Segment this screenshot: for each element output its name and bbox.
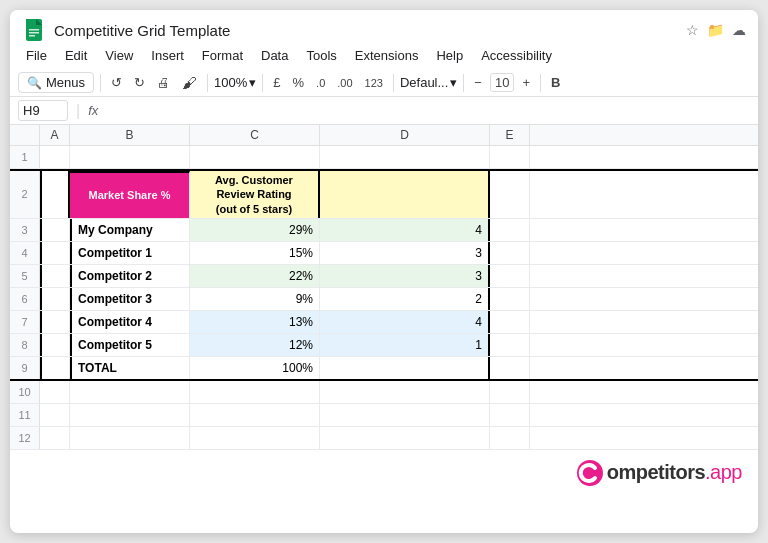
cell-a2[interactable] — [40, 171, 70, 218]
menu-insert[interactable]: Insert — [143, 44, 192, 67]
cell-d4[interactable]: 3 — [320, 242, 490, 264]
font-dropdown[interactable]: Defaul... ▾ — [400, 75, 457, 90]
cell-d11[interactable] — [320, 404, 490, 426]
cell-e3[interactable] — [490, 219, 530, 241]
cell-c3[interactable]: 29% — [190, 219, 320, 241]
cell-reference[interactable]: H9 — [18, 100, 68, 121]
cell-b1[interactable] — [70, 146, 190, 168]
bold-button[interactable]: B — [547, 73, 564, 92]
menu-extensions[interactable]: Extensions — [347, 44, 427, 67]
zoom-dropdown[interactable]: 100% ▾ — [214, 75, 256, 90]
cell-d12[interactable] — [320, 427, 490, 449]
cell-b11[interactable] — [70, 404, 190, 426]
menu-view[interactable]: View — [97, 44, 141, 67]
cell-e9[interactable] — [490, 357, 530, 379]
cell-a6[interactable] — [40, 288, 70, 310]
cell-b4[interactable]: Competitor 1 — [70, 242, 190, 264]
cell-c8[interactable]: 12% — [190, 334, 320, 356]
menu-data[interactable]: Data — [253, 44, 296, 67]
menu-help[interactable]: Help — [428, 44, 471, 67]
cell-a10[interactable] — [40, 381, 70, 403]
cell-b9[interactable]: TOTAL — [70, 357, 190, 379]
cell-a7[interactable] — [40, 311, 70, 333]
star-icon[interactable]: ☆ — [686, 22, 699, 38]
increase-font-button[interactable]: + — [518, 73, 534, 92]
cell-e4[interactable] — [490, 242, 530, 264]
cell-e6[interactable] — [490, 288, 530, 310]
decimal-increase-button[interactable]: .00 — [333, 75, 356, 91]
col-header-b[interactable]: B — [70, 125, 190, 145]
cell-e1[interactable] — [490, 146, 530, 168]
cell-e8[interactable] — [490, 334, 530, 356]
cell-c1[interactable] — [190, 146, 320, 168]
cell-c6[interactable]: 9% — [190, 288, 320, 310]
cell-b12[interactable] — [70, 427, 190, 449]
zoom-arrow: ▾ — [249, 75, 256, 90]
cell-d5[interactable]: 3 — [320, 265, 490, 287]
col-header-e[interactable]: E — [490, 125, 530, 145]
cell-b8[interactable]: Competitor 5 — [70, 334, 190, 356]
table-row: 12 — [10, 427, 758, 450]
cell-c12[interactable] — [190, 427, 320, 449]
cell-d8[interactable]: 1 — [320, 334, 490, 356]
cell-a3[interactable] — [40, 219, 70, 241]
cell-d9[interactable] — [320, 357, 490, 379]
print-button[interactable]: 🖨 — [153, 73, 174, 92]
logo-suffix: .app — [705, 461, 742, 483]
decrease-font-button[interactable]: − — [470, 73, 486, 92]
cell-a12[interactable] — [40, 427, 70, 449]
cell-d6[interactable]: 2 — [320, 288, 490, 310]
cell-a9[interactable] — [40, 357, 70, 379]
cell-c5[interactable]: 22% — [190, 265, 320, 287]
svg-rect-4 — [29, 32, 39, 34]
cell-e7[interactable] — [490, 311, 530, 333]
percent-button[interactable]: % — [289, 73, 309, 92]
cell-a11[interactable] — [40, 404, 70, 426]
menu-edit[interactable]: Edit — [57, 44, 95, 67]
menu-tools[interactable]: Tools — [298, 44, 344, 67]
undo-button[interactable]: ↺ — [107, 73, 126, 92]
cell-a4[interactable] — [40, 242, 70, 264]
row-number: 4 — [10, 242, 40, 264]
cell-c10[interactable] — [190, 381, 320, 403]
cell-a1[interactable] — [40, 146, 70, 168]
cell-e12[interactable] — [490, 427, 530, 449]
folder-icon[interactable]: 📁 — [707, 22, 724, 38]
cell-d3[interactable]: 4 — [320, 219, 490, 241]
number-format-button[interactable]: 123 — [361, 75, 387, 91]
cell-d7[interactable]: 4 — [320, 311, 490, 333]
cell-e5[interactable] — [490, 265, 530, 287]
cell-d10[interactable] — [320, 381, 490, 403]
cell-e11[interactable] — [490, 404, 530, 426]
menu-file[interactable]: File — [18, 44, 55, 67]
cell-d1[interactable] — [320, 146, 490, 168]
menu-format[interactable]: Format — [194, 44, 251, 67]
cell-a5[interactable] — [40, 265, 70, 287]
cell-d2[interactable] — [320, 171, 490, 218]
decimal-decrease-button[interactable]: .0 — [312, 75, 329, 91]
col-header-a[interactable]: A — [40, 125, 70, 145]
cell-c4[interactable]: 15% — [190, 242, 320, 264]
currency-button[interactable]: £ — [269, 73, 284, 92]
col-header-d[interactable]: D — [320, 125, 490, 145]
cell-b10[interactable] — [70, 381, 190, 403]
cell-b7[interactable]: Competitor 4 — [70, 311, 190, 333]
cell-c2[interactable]: Avg. Customer Review Rating(out of 5 sta… — [190, 171, 320, 218]
font-size-value[interactable]: 10 — [490, 73, 514, 92]
cloud-icon[interactable]: ☁ — [732, 22, 746, 38]
redo-button[interactable]: ↻ — [130, 73, 149, 92]
cell-b6[interactable]: Competitor 3 — [70, 288, 190, 310]
cell-c7[interactable]: 13% — [190, 311, 320, 333]
paint-format-button[interactable]: 🖌 — [178, 72, 201, 93]
cell-b2[interactable]: Market Share % — [70, 171, 190, 218]
cell-e2[interactable] — [490, 171, 530, 218]
cell-e10[interactable] — [490, 381, 530, 403]
cell-c9[interactable]: 100% — [190, 357, 320, 379]
cell-a8[interactable] — [40, 334, 70, 356]
cell-c11[interactable] — [190, 404, 320, 426]
col-header-c[interactable]: C — [190, 125, 320, 145]
search-menus[interactable]: 🔍 Menus — [18, 72, 94, 93]
menu-accessibility[interactable]: Accessibility — [473, 44, 560, 67]
cell-b3[interactable]: My Company — [70, 219, 190, 241]
cell-b5[interactable]: Competitor 2 — [70, 265, 190, 287]
